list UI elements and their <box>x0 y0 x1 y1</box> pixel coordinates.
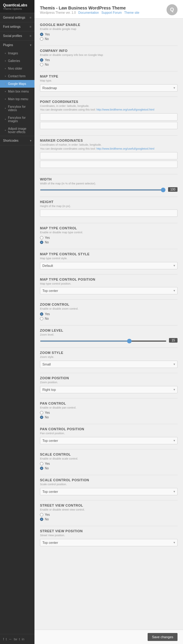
field-pan-control-position: PAN CONTROL POSITION Pan control positio… <box>40 427 178 444</box>
link-point-coord-tool[interactable]: http://www.birdtheme.org/useful/googleto… <box>96 108 154 111</box>
sidebar-item-general-settings[interactable]: General settings ≡ <box>0 13 34 22</box>
input-marker-lng[interactable]: 0.897967 <box>40 161 178 168</box>
desc-pan-control: Enable or disable pan control. <box>40 406 178 410</box>
desc-zoom-control: Enable or disable zoom control. <box>40 307 178 311</box>
radio-company-info-no[interactable]: No <box>40 63 178 66</box>
plus-icon-contact: + <box>5 75 6 78</box>
label-marker-coordinates: MARKER COORDINATES <box>40 139 178 142</box>
sidebar-item-adipoli[interactable]: + Adipoli image hover effects <box>0 125 34 136</box>
radio-group-scale-control: Yes No <box>40 462 178 470</box>
sidebar-item-nivo-slider[interactable]: + Nivo slider <box>0 65 34 72</box>
radio-group-google-map-enable: Yes No <box>40 33 178 41</box>
slider-width[interactable] <box>40 189 166 191</box>
radio-zoom-control-no[interactable]: No <box>40 317 178 320</box>
footer-icon-twitter: tw <box>14 637 17 641</box>
radio-scale-control-yes[interactable]: Yes <box>40 462 178 465</box>
radio-street-view-no[interactable]: No <box>40 518 178 521</box>
input-height[interactable]: 232 <box>40 209 178 217</box>
sidebar-item-shortcodes[interactable]: Shortcodes ▾ <box>0 136 34 145</box>
input-point-lat[interactable]: 47.359293 <box>40 113 178 121</box>
radio-google-map-no[interactable]: No <box>40 37 178 41</box>
input-marker-lat[interactable]: 47.359293 <box>40 152 178 159</box>
field-street-view-control: STREET VIEW CONTROL Enable or disable st… <box>40 504 178 521</box>
save-button[interactable]: Save changes <box>148 633 178 641</box>
sidebar-item-images[interactable]: + Images <box>0 49 34 57</box>
select-pan-control-position[interactable]: Top center Top left Top right Bottom cen… <box>40 437 178 444</box>
sidebar-item-font-settings[interactable]: Font settings ≡ <box>0 22 34 31</box>
radio-company-info-yes[interactable]: Yes <box>40 58 178 62</box>
select-map-type-control-position[interactable]: Top center Top left Top right Bottom cen… <box>40 287 178 294</box>
label-street-view-control: STREET VIEW CONTROL <box>40 504 178 507</box>
field-map-type-control: MAP TYPE CONTROL Enable or disable map t… <box>40 226 178 244</box>
desc-map-type: Map type. <box>40 79 178 83</box>
radio-street-view-yes[interactable]: Yes <box>40 513 178 516</box>
label-map-type-control: MAP TYPE CONTROL <box>40 226 178 230</box>
label-google-map-enable: GOOGLE MAP ENABLE <box>40 23 178 27</box>
select-wrap-pan-control-position: Top center Top left Top right Bottom cen… <box>40 437 178 444</box>
link-documentation[interactable]: Documentation <box>78 11 99 14</box>
plus-icon-mainbox: + <box>5 90 6 93</box>
field-google-map-enable: GOOGLE MAP ENABLE Enable or disable goog… <box>40 23 178 41</box>
link-support-forum[interactable]: Support Forum <box>101 11 122 14</box>
sidebar-section-plugins: Plugins ▾ + Images + Galleries + Nivo sl… <box>0 41 34 136</box>
sidebar-item-main-top-menu[interactable]: + Main top menu <box>0 95 34 103</box>
field-point-coordinates: POINT COORDINATES Coordinates, in order:… <box>40 100 178 130</box>
radio-scale-control-no[interactable]: No <box>40 467 178 470</box>
label-zoom-position: ZOOM POSITION <box>40 376 178 380</box>
sidebar-label-contact: Contact form <box>8 75 25 78</box>
sidebar-section-font: Font settings ≡ <box>0 22 34 31</box>
label-width: WIDTH <box>40 177 178 181</box>
sidebar-label-general: General settings <box>3 16 25 19</box>
desc-pan-control-position: Pan control position. <box>40 431 178 435</box>
sidebar-label-adipoli: Adipoli image hover effects <box>8 127 31 134</box>
desc-zoom-level: Zoom level. <box>40 333 178 337</box>
radio-google-map-yes[interactable]: Yes <box>40 33 178 36</box>
select-wrap-map-type-control-position: Top center Top left Top right Bottom cen… <box>40 287 178 294</box>
radio-pan-control-no[interactable]: No <box>40 416 178 419</box>
sidebar-item-social-profiles[interactable]: Social profiles ≡ <box>0 31 34 40</box>
radio-pan-control-yes[interactable]: Yes <box>40 411 178 414</box>
footer-icon-rss: ↔ <box>9 637 12 641</box>
select-map-type-control-style[interactable]: Default Dropdown menu Horizontal bar <box>40 262 178 269</box>
input-point-lng[interactable]: 0.897967 <box>40 122 178 129</box>
sidebar-item-plugins[interactable]: Plugins ▾ <box>0 41 34 49</box>
field-zoom-position: ZOOM POSITION Zoom position. Right top T… <box>40 376 178 393</box>
radio-map-type-control-no[interactable]: No <box>40 241 178 244</box>
select-zoom-position[interactable]: Right top Top center Top left Top right … <box>40 386 178 393</box>
plugins-icon: ▾ <box>30 43 31 47</box>
sidebar-item-fancybox-images[interactable]: + Fancybox for images <box>0 114 34 125</box>
select-wrap-map-type-control-style: Default Dropdown menu Horizontal bar ▼ <box>40 262 178 269</box>
desc-map-type-control: Enable or disable map type control. <box>40 231 178 235</box>
select-zoom-style[interactable]: Small Large Default <box>40 361 178 368</box>
desc-point-coordinates: Coordinates, in order: latitude, longitu… <box>40 104 178 112</box>
radio-zoom-control-yes[interactable]: Yes <box>40 312 178 316</box>
label-company-info: COMPANY INFO <box>40 49 178 53</box>
link-theme-site[interactable]: Theme site <box>124 11 139 14</box>
radio-group-company-info: Yes No <box>40 58 178 66</box>
radio-group-street-view-control: Yes No <box>40 513 178 521</box>
sidebar-item-contact-form[interactable]: + Contact form <box>0 72 34 80</box>
sidebar-label-plugins: Plugins <box>3 43 13 47</box>
plus-icon-galleries: + <box>5 60 6 63</box>
sidebar-item-main-box-menu[interactable]: + Main box menu <box>0 88 34 95</box>
sidebar-item-google-maps[interactable]: + Google Maps <box>0 80 34 88</box>
select-wrap-scale-control-position: Top center Top left Top right Bottom cen… <box>40 488 178 495</box>
select-wrap-zoom-position: Right top Top center Top left Top right … <box>40 386 178 393</box>
slider-zoom-level[interactable] <box>40 340 167 342</box>
sidebar-item-fancybox-videos[interactable]: + Fancybox for videos <box>0 103 34 114</box>
social-profiles-icon: ≡ <box>30 34 31 38</box>
select-scale-control-position[interactable]: Top center Top left Top right Bottom cen… <box>40 488 178 495</box>
label-map-type: MAP TYPE <box>40 75 178 78</box>
label-height: HEIGHT <box>40 200 178 204</box>
sidebar-item-galleries[interactable]: + Galleries <box>0 57 34 65</box>
page-subtitle: Wordpress Theme ver. 1.0 Documentation S… <box>40 11 139 14</box>
field-zoom-level: ZOOM LEVEL Zoom level. 15 <box>40 329 178 343</box>
font-settings-icon: ≡ <box>30 25 31 28</box>
field-scale-control-position: SCALE CONTROL POSITION Scale control pos… <box>40 478 178 495</box>
select-street-view-position[interactable]: Top center Top left Top right Bottom cen… <box>40 539 178 546</box>
field-street-view-position: STREET VIEW POSITION Street View positio… <box>40 529 178 546</box>
general-settings-icon: ≡ <box>30 16 31 19</box>
link-marker-coord-tool[interactable]: http://www.birdtheme.org/useful/googleto… <box>96 147 154 150</box>
select-map-type[interactable]: Roadmap Satellite Hybrid Terrain <box>40 84 178 92</box>
radio-map-type-control-yes[interactable]: Yes <box>40 236 178 239</box>
